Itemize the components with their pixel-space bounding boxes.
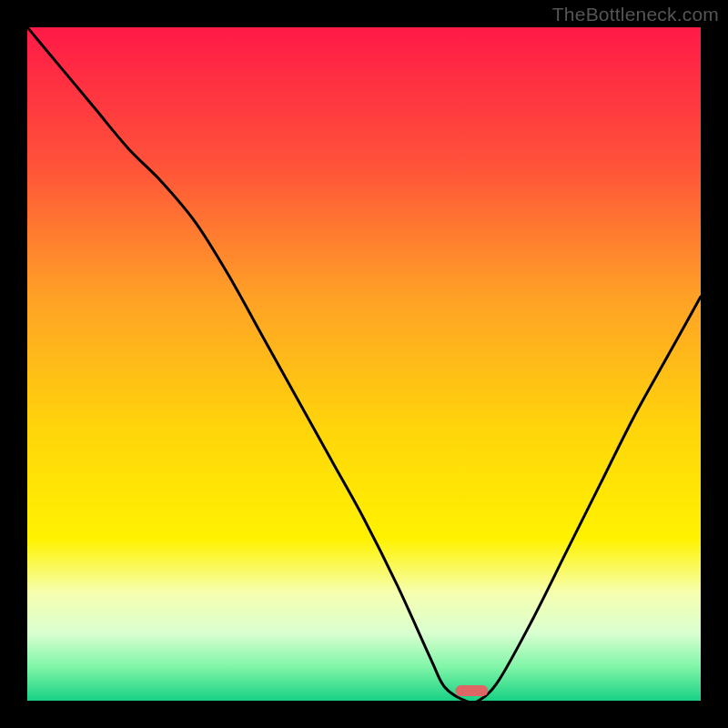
heatmap-background [27,27,701,701]
chart-svg [27,27,701,701]
optimal-marker [455,685,488,696]
chart-frame: TheBottleneck.com [0,0,728,728]
watermark-text: TheBottleneck.com [552,4,719,25]
plot-area [27,27,701,701]
